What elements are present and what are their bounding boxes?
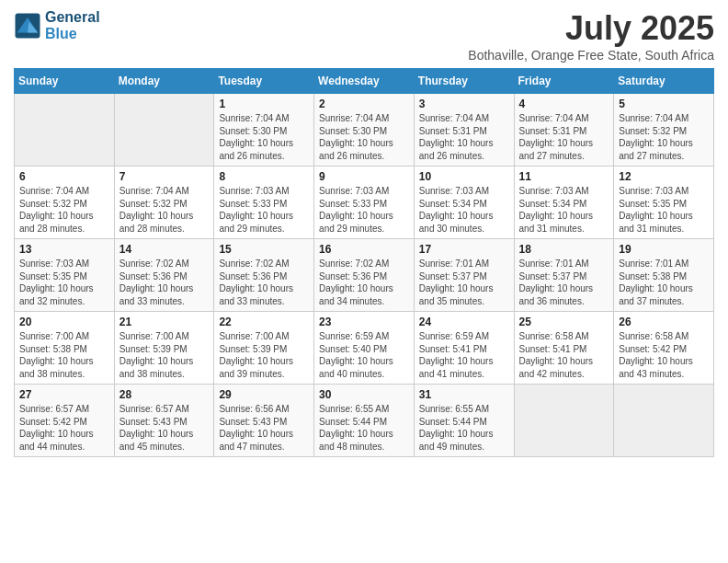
day-number: 7 xyxy=(119,170,210,183)
day-number: 21 xyxy=(119,316,210,328)
calendar-cell: 8Sunrise: 7:03 AM Sunset: 5:33 PM Daylig… xyxy=(214,167,314,239)
day-info: Sunrise: 7:01 AM Sunset: 5:38 PM Dayligh… xyxy=(619,258,709,307)
day-header-monday: Monday xyxy=(114,69,214,94)
calendar-week-3: 13Sunrise: 7:03 AM Sunset: 5:35 PM Dayli… xyxy=(15,239,714,312)
day-header-sunday: Sunday xyxy=(15,69,115,94)
day-info: Sunrise: 6:57 AM Sunset: 5:42 PM Dayligh… xyxy=(19,403,109,453)
calendar-body: 1Sunrise: 7:04 AM Sunset: 5:30 PM Daylig… xyxy=(15,94,714,457)
day-number: 19 xyxy=(619,243,709,256)
calendar-cell: 16Sunrise: 7:02 AM Sunset: 5:36 PM Dayli… xyxy=(314,239,415,312)
calendar-table: SundayMondayTuesdayWednesdayThursdayFrid… xyxy=(14,68,714,457)
calendar-cell: 18Sunrise: 7:01 AM Sunset: 5:37 PM Dayli… xyxy=(514,239,614,312)
calendar-cell: 9Sunrise: 7:03 AM Sunset: 5:33 PM Daylig… xyxy=(314,167,415,239)
day-info: Sunrise: 7:02 AM Sunset: 5:36 PM Dayligh… xyxy=(319,258,409,307)
calendar-cell: 15Sunrise: 7:02 AM Sunset: 5:36 PM Dayli… xyxy=(214,239,314,312)
subtitle: Bothaville, Orange Free State, South Afr… xyxy=(468,48,714,63)
day-number: 18 xyxy=(519,243,609,256)
day-number: 29 xyxy=(219,388,309,401)
day-info: Sunrise: 6:55 AM Sunset: 5:44 PM Dayligh… xyxy=(419,403,509,453)
calendar-week-1: 1Sunrise: 7:04 AM Sunset: 5:30 PM Daylig… xyxy=(15,94,714,167)
day-info: Sunrise: 7:03 AM Sunset: 5:34 PM Dayligh… xyxy=(519,185,609,235)
calendar-cell: 4Sunrise: 7:04 AM Sunset: 5:31 PM Daylig… xyxy=(514,94,614,167)
day-number: 1 xyxy=(219,98,309,110)
day-header-wednesday: Wednesday xyxy=(314,69,415,94)
calendar-cell: 1Sunrise: 7:04 AM Sunset: 5:30 PM Daylig… xyxy=(214,94,314,167)
day-info: Sunrise: 6:59 AM Sunset: 5:40 PM Dayligh… xyxy=(319,330,409,380)
calendar-cell: 25Sunrise: 6:58 AM Sunset: 5:41 PM Dayli… xyxy=(514,312,614,385)
day-number: 10 xyxy=(419,170,509,183)
day-number: 26 xyxy=(619,316,709,328)
calendar-cell: 6Sunrise: 7:04 AM Sunset: 5:32 PM Daylig… xyxy=(15,167,115,239)
day-number: 4 xyxy=(519,98,609,110)
day-info: Sunrise: 7:04 AM Sunset: 5:30 PM Dayligh… xyxy=(319,112,409,162)
day-info: Sunrise: 6:58 AM Sunset: 5:41 PM Dayligh… xyxy=(519,330,609,380)
calendar-cell: 27Sunrise: 6:57 AM Sunset: 5:42 PM Dayli… xyxy=(15,385,115,457)
day-info: Sunrise: 7:02 AM Sunset: 5:36 PM Dayligh… xyxy=(219,258,309,307)
calendar-cell: 17Sunrise: 7:01 AM Sunset: 5:37 PM Dayli… xyxy=(414,239,514,312)
calendar-cell xyxy=(114,94,214,167)
calendar-cell: 26Sunrise: 6:58 AM Sunset: 5:42 PM Dayli… xyxy=(614,312,714,385)
day-number: 24 xyxy=(419,316,509,328)
header: General Blue July 2025 Bothaville, Orang… xyxy=(14,9,714,63)
calendar-cell: 14Sunrise: 7:02 AM Sunset: 5:36 PM Dayli… xyxy=(114,239,214,312)
calendar-cell: 21Sunrise: 7:00 AM Sunset: 5:39 PM Dayli… xyxy=(114,312,214,385)
day-number: 22 xyxy=(219,316,309,328)
day-info: Sunrise: 7:00 AM Sunset: 5:38 PM Dayligh… xyxy=(19,330,109,380)
logo: General Blue xyxy=(14,9,100,42)
calendar-cell: 31Sunrise: 6:55 AM Sunset: 5:44 PM Dayli… xyxy=(414,385,514,457)
calendar-cell: 19Sunrise: 7:01 AM Sunset: 5:38 PM Dayli… xyxy=(614,239,714,312)
calendar-cell: 13Sunrise: 7:03 AM Sunset: 5:35 PM Dayli… xyxy=(15,239,115,312)
day-info: Sunrise: 7:03 AM Sunset: 5:35 PM Dayligh… xyxy=(619,185,709,235)
day-header-saturday: Saturday xyxy=(614,69,714,94)
calendar-week-2: 6Sunrise: 7:04 AM Sunset: 5:32 PM Daylig… xyxy=(15,167,714,239)
logo-text: General Blue xyxy=(45,9,100,42)
day-number: 27 xyxy=(19,388,109,401)
calendar-cell xyxy=(15,94,115,167)
header-row: SundayMondayTuesdayWednesdayThursdayFrid… xyxy=(15,69,714,94)
calendar-cell: 29Sunrise: 6:56 AM Sunset: 5:43 PM Dayli… xyxy=(214,385,314,457)
day-number: 25 xyxy=(519,316,609,328)
day-info: Sunrise: 7:03 AM Sunset: 5:33 PM Dayligh… xyxy=(219,185,309,235)
calendar-cell: 24Sunrise: 6:59 AM Sunset: 5:41 PM Dayli… xyxy=(414,312,514,385)
day-info: Sunrise: 7:00 AM Sunset: 5:39 PM Dayligh… xyxy=(119,330,210,380)
day-number: 12 xyxy=(619,170,709,183)
calendar-cell: 7Sunrise: 7:04 AM Sunset: 5:32 PM Daylig… xyxy=(114,167,214,239)
day-number: 5 xyxy=(619,98,709,110)
day-number: 23 xyxy=(319,316,409,328)
day-info: Sunrise: 7:03 AM Sunset: 5:33 PM Dayligh… xyxy=(319,185,409,235)
day-number: 9 xyxy=(319,170,409,183)
day-number: 11 xyxy=(519,170,609,183)
day-info: Sunrise: 6:58 AM Sunset: 5:42 PM Dayligh… xyxy=(619,330,709,380)
day-number: 13 xyxy=(19,243,109,256)
day-info: Sunrise: 7:04 AM Sunset: 5:32 PM Dayligh… xyxy=(619,112,709,162)
day-info: Sunrise: 7:00 AM Sunset: 5:39 PM Dayligh… xyxy=(219,330,309,380)
calendar-cell: 11Sunrise: 7:03 AM Sunset: 5:34 PM Dayli… xyxy=(514,167,614,239)
calendar-container: General Blue July 2025 Bothaville, Orang… xyxy=(0,0,728,466)
day-header-tuesday: Tuesday xyxy=(214,69,314,94)
calendar-week-5: 27Sunrise: 6:57 AM Sunset: 5:42 PM Dayli… xyxy=(15,385,714,457)
day-info: Sunrise: 6:56 AM Sunset: 5:43 PM Dayligh… xyxy=(219,403,309,453)
day-number: 15 xyxy=(219,243,309,256)
day-number: 16 xyxy=(319,243,409,256)
calendar-cell xyxy=(614,385,714,457)
day-number: 3 xyxy=(419,98,509,110)
month-title: July 2025 xyxy=(468,9,714,48)
calendar-header: SundayMondayTuesdayWednesdayThursdayFrid… xyxy=(15,69,714,94)
day-info: Sunrise: 6:57 AM Sunset: 5:43 PM Dayligh… xyxy=(119,403,210,453)
day-info: Sunrise: 7:04 AM Sunset: 5:30 PM Dayligh… xyxy=(219,112,309,162)
day-header-thursday: Thursday xyxy=(414,69,514,94)
day-info: Sunrise: 7:01 AM Sunset: 5:37 PM Dayligh… xyxy=(419,258,509,307)
day-info: Sunrise: 7:04 AM Sunset: 5:31 PM Dayligh… xyxy=(419,112,509,162)
calendar-cell: 5Sunrise: 7:04 AM Sunset: 5:32 PM Daylig… xyxy=(614,94,714,167)
day-info: Sunrise: 7:03 AM Sunset: 5:34 PM Dayligh… xyxy=(419,185,509,235)
day-info: Sunrise: 6:59 AM Sunset: 5:41 PM Dayligh… xyxy=(419,330,509,380)
day-number: 17 xyxy=(419,243,509,256)
day-info: Sunrise: 7:02 AM Sunset: 5:36 PM Dayligh… xyxy=(119,258,210,307)
calendar-cell: 30Sunrise: 6:55 AM Sunset: 5:44 PM Dayli… xyxy=(314,385,415,457)
day-info: Sunrise: 7:04 AM Sunset: 5:32 PM Dayligh… xyxy=(19,185,109,235)
day-number: 20 xyxy=(19,316,109,328)
calendar-cell: 2Sunrise: 7:04 AM Sunset: 5:30 PM Daylig… xyxy=(314,94,415,167)
calendar-cell: 10Sunrise: 7:03 AM Sunset: 5:34 PM Dayli… xyxy=(414,167,514,239)
day-header-friday: Friday xyxy=(514,69,614,94)
calendar-cell: 3Sunrise: 7:04 AM Sunset: 5:31 PM Daylig… xyxy=(414,94,514,167)
